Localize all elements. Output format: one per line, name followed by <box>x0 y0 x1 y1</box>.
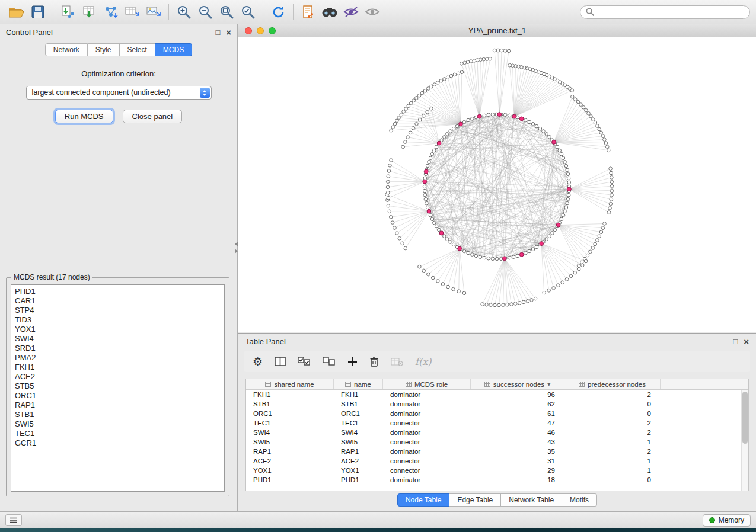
column-header-successor-nodes[interactable]: successor nodes▾ <box>471 379 564 389</box>
criterion-dropdown[interactable]: largest connected component (undirected) <box>26 86 212 100</box>
zoom-selected-button[interactable] <box>237 2 259 21</box>
mcds-result-item[interactable]: STB5 <box>11 382 224 391</box>
save-session-button[interactable] <box>27 2 49 21</box>
zoom-fit-button[interactable] <box>216 2 237 21</box>
table-row[interactable]: SWI5SWI5connector431 <box>246 437 741 447</box>
mcds-result-item[interactable]: CAR1 <box>11 296 224 306</box>
table-row[interactable]: RAP1RAP1dominator352 <box>246 447 741 456</box>
collapse-right-icon[interactable] <box>235 249 238 254</box>
column-header-MCDS-role[interactable]: MCDS role <box>383 379 471 389</box>
table-cell: ORC1 <box>246 410 334 417</box>
zoom-in-button[interactable] <box>173 2 194 21</box>
refresh-view-button[interactable] <box>267 2 289 21</box>
float-panel-icon[interactable]: □ <box>733 338 738 345</box>
mcds-result-item[interactable]: ORC1 <box>11 391 224 400</box>
table-cell: PHD1 <box>334 476 383 483</box>
table-panel-tabs: Node TableEdge TableNetwork TableMotifs <box>238 493 756 507</box>
splitter-collapse-arrows[interactable] <box>235 242 238 254</box>
table-row[interactable]: YOX1YOX1connector291 <box>246 466 741 475</box>
sort-caret-icon[interactable]: ▾ <box>547 381 550 387</box>
tab-style[interactable]: Style <box>88 43 120 56</box>
table-row[interactable]: STB1STB1dominator620 <box>246 399 741 409</box>
deselect-all-checkbox-icon[interactable] <box>323 357 336 366</box>
table-row[interactable]: SWI4SWI4dominator462 <box>246 428 741 437</box>
open-session-button[interactable] <box>6 2 27 21</box>
column-header-predecessor-nodes[interactable]: predecessor nodes <box>564 379 661 389</box>
run-mcds-button[interactable]: Run MCDS <box>55 110 113 123</box>
mcds-result-item[interactable]: YOX1 <box>11 325 224 334</box>
window-maximize-icon[interactable] <box>269 27 276 34</box>
delete-column-trash-icon[interactable] <box>369 356 379 367</box>
table-cell: RAP1 <box>246 448 334 455</box>
search-binoculars-button[interactable] <box>319 2 340 21</box>
mcds-result-item[interactable]: GCR1 <box>11 438 224 448</box>
mcds-result-item[interactable]: PHD1 <box>11 287 224 296</box>
close-panel-icon[interactable]: × <box>226 28 231 37</box>
table-row[interactable]: ORC1ORC1dominator610 <box>246 409 741 418</box>
table-cell: 0 <box>564 410 661 417</box>
table-cell: 1 <box>564 467 661 474</box>
add-column-icon[interactable] <box>347 357 358 367</box>
tab-network-table[interactable]: Network Table <box>501 493 562 507</box>
network-window-titlebar[interactable]: YPA_prune.txt_1 <box>238 24 756 37</box>
mcds-result-item[interactable]: PMA2 <box>11 353 224 363</box>
import-table-button[interactable] <box>79 2 100 21</box>
tab-motifs[interactable]: Motifs <box>562 493 597 507</box>
column-header-label: name <box>354 381 371 388</box>
select-all-checkbox-icon[interactable] <box>298 357 311 366</box>
mcds-result-item[interactable]: TEC1 <box>11 429 224 438</box>
window-close-icon[interactable] <box>245 27 252 34</box>
mcds-result-item[interactable]: SWI5 <box>11 419 224 429</box>
zoom-out-button[interactable] <box>194 2 216 21</box>
new-table-icon <box>125 5 140 18</box>
mcds-result-item[interactable]: SWI4 <box>11 334 224 344</box>
collapse-left-icon[interactable] <box>235 242 238 246</box>
mcds-result-item[interactable]: ACE2 <box>11 372 224 382</box>
hide-selected-button[interactable] <box>340 2 362 21</box>
mcds-result-item[interactable]: SRD1 <box>11 344 224 353</box>
network-canvas[interactable] <box>238 37 756 332</box>
new-network-button[interactable] <box>100 2 122 21</box>
criterion-dropdown-value: largest connected component (undirected) <box>32 88 171 97</box>
table-scrollbar[interactable] <box>741 390 748 491</box>
table-row[interactable]: FKH1FKH1dominator962 <box>246 390 741 399</box>
close-panel-icon[interactable]: × <box>744 337 749 346</box>
tab-select[interactable]: Select <box>120 43 155 56</box>
import-network-button[interactable] <box>58 2 79 21</box>
tab-mcds[interactable]: MCDS <box>155 43 192 56</box>
mcds-result-item[interactable]: STB1 <box>11 410 224 419</box>
column-header-name[interactable]: name <box>334 379 383 389</box>
column-header-label: successor nodes <box>493 381 544 388</box>
table-row[interactable]: PHD1PHD1dominator180 <box>246 475 741 485</box>
status-menu-button[interactable] <box>5 514 22 526</box>
export-image-button[interactable] <box>143 2 164 21</box>
mcds-result-item[interactable]: TID3 <box>11 315 224 325</box>
table-cell: connector <box>383 438 471 446</box>
table-cell: dominator <box>383 476 471 483</box>
table-scrollbar-thumb[interactable] <box>742 392 748 444</box>
show-columns-icon[interactable] <box>275 357 286 366</box>
table-cell: STB1 <box>334 400 383 408</box>
tab-node-table[interactable]: Node Table <box>397 493 450 507</box>
mcds-result-item[interactable]: STP4 <box>11 306 224 315</box>
table-cell: 18 <box>471 476 564 483</box>
window-minimize-icon[interactable] <box>257 27 264 34</box>
global-search[interactable] <box>580 5 750 19</box>
mcds-result-list[interactable]: PHD1CAR1STP4TID3YOX1SWI4SRD1PMA2FKH1ACE2… <box>11 284 225 492</box>
float-panel-icon[interactable]: □ <box>215 28 220 36</box>
settings-gear-icon[interactable]: ⚙ <box>253 356 263 367</box>
new-table-button[interactable] <box>122 2 143 21</box>
mcds-result-item[interactable]: RAP1 <box>11 400 224 410</box>
share-document-button[interactable] <box>298 2 319 21</box>
show-all-button[interactable] <box>362 2 383 21</box>
search-input[interactable] <box>598 7 744 17</box>
memory-button[interactable]: Memory <box>703 514 751 527</box>
zoom-fit-icon <box>219 5 234 20</box>
column-header-shared-name[interactable]: shared name <box>246 379 334 389</box>
close-panel-button[interactable]: Close panel <box>123 110 183 123</box>
tab-edge-table[interactable]: Edge Table <box>449 493 501 507</box>
mcds-result-item[interactable]: FKH1 <box>11 363 224 372</box>
table-row[interactable]: TEC1TEC1connector472 <box>246 418 741 428</box>
tab-network[interactable]: Network <box>45 43 88 56</box>
table-row[interactable]: ACE2ACE2connector311 <box>246 456 741 466</box>
